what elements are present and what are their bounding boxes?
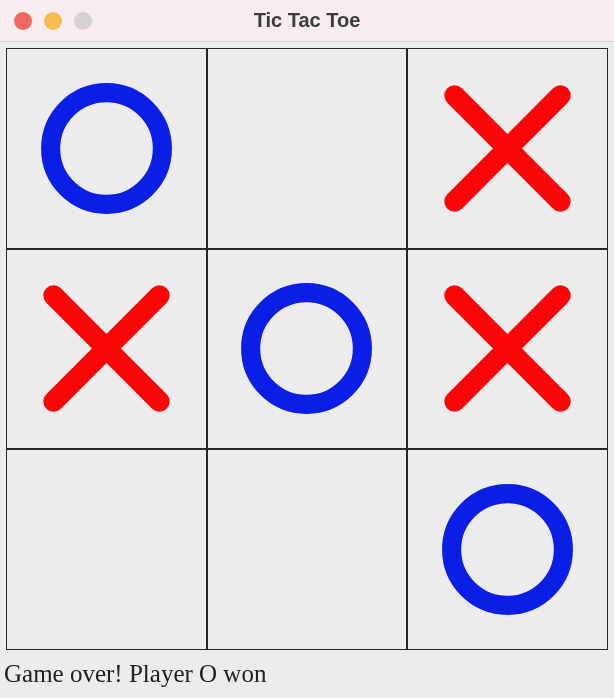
- close-icon[interactable]: [14, 12, 32, 30]
- cell-2-0[interactable]: [6, 449, 207, 650]
- cell-0-1[interactable]: [207, 48, 408, 249]
- svg-point-5: [251, 293, 363, 405]
- window-title: Tic Tac Toe: [0, 9, 614, 32]
- cross-icon: [434, 275, 581, 422]
- app-window: Tic Tac Toe Game over! Player O won: [0, 0, 614, 698]
- circle-icon: [33, 75, 180, 222]
- cross-icon: [434, 75, 581, 222]
- cell-2-1[interactable]: [207, 449, 408, 650]
- cell-0-0[interactable]: [6, 48, 207, 249]
- cross-icon: [33, 275, 180, 422]
- cell-1-0[interactable]: [6, 249, 207, 450]
- circle-icon: [233, 275, 380, 422]
- board: [6, 48, 608, 650]
- maximize-icon[interactable]: [74, 12, 92, 30]
- cell-0-2[interactable]: [407, 48, 608, 249]
- cell-1-2[interactable]: [407, 249, 608, 450]
- traffic-lights: [14, 12, 92, 30]
- board-wrapper: [0, 42, 614, 656]
- svg-point-0: [50, 92, 162, 204]
- titlebar: Tic Tac Toe: [0, 0, 614, 42]
- circle-icon: [434, 476, 581, 623]
- cell-2-2[interactable]: [407, 449, 608, 650]
- status-text: Game over! Player O won: [0, 656, 614, 696]
- cell-1-1[interactable]: [207, 249, 408, 450]
- minimize-icon[interactable]: [44, 12, 62, 30]
- svg-point-8: [452, 494, 564, 606]
